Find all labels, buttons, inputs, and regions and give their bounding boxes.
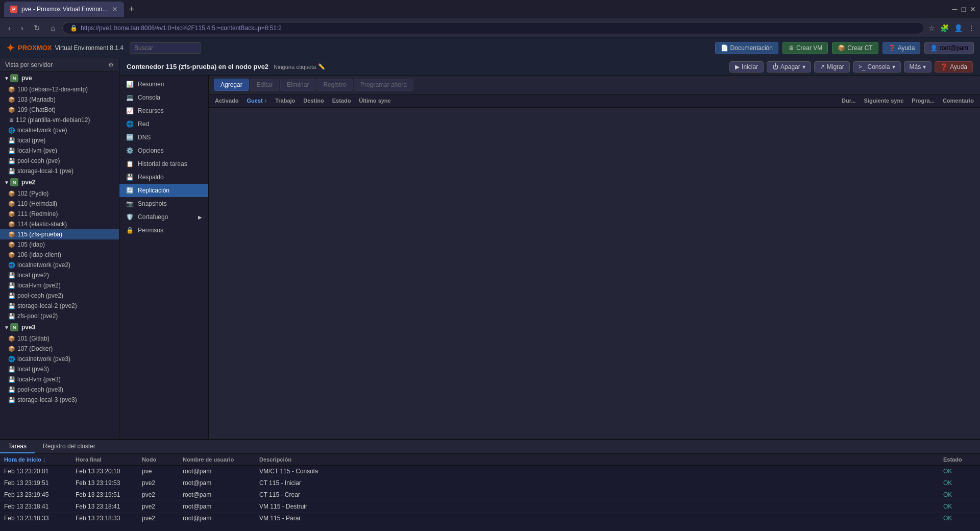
active-tab[interactable]: P pve - Proxmox Virtual Environ... ✕ [4,2,124,17]
sidebar-item-localnetwork-pve2[interactable]: 🌐 localnetwork (pve2) [0,260,119,270]
tab-tareas[interactable]: Tareas [0,440,35,453]
create-ct-btn[interactable]: 📦 Crear CT [832,42,878,54]
home-btn[interactable]: ⌂ [47,21,58,34]
sidebar-item-106[interactable]: 📦 106 (ldap-client) [0,250,119,260]
th-ultimo-sync[interactable]: Último sync [355,94,838,107]
bth-estado[interactable]: Estado [939,454,980,465]
ayuda-content-btn[interactable]: ❓ Ayuda [935,61,973,73]
sidebar-item-115[interactable]: 📦 115 (zfs-prueba) [0,229,119,239]
node-pve3[interactable]: ▼ N pve3 [0,321,119,333]
sidebar-settings-icon[interactable]: ⚙ [108,61,114,68]
reload-btn[interactable]: ↻ [31,21,43,35]
sidebar-item-zfspool-pve2[interactable]: 💾 zfs-pool (pve2) [0,311,119,321]
sidebar-item-109[interactable]: 📦 109 (ChatBot) [0,105,119,115]
sidebar-item-102[interactable]: 📦 102 (Pydio) [0,188,119,199]
sidebar-item-112[interactable]: 🖥 112 (plantilla-vm-debian12) [0,115,119,125]
th-estado[interactable]: Estado [328,94,355,107]
editar-btn[interactable]: Editar [250,79,279,91]
agregar-btn[interactable]: Agregar [214,79,249,91]
nav-item-cortafuego[interactable]: 🛡️ Cortafuego ▶ [119,210,208,224]
new-tab-btn[interactable]: + [126,4,138,15]
sidebar-item-101[interactable]: 📦 101 (Gitlab) [0,333,119,344]
task-row[interactable]: Feb 13 23:19:45 Feb 13 23:19:51 pve2 roo… [0,489,980,501]
th-destino[interactable]: Destino [299,94,328,107]
close-btn[interactable]: ✕ [970,5,976,13]
sidebar-item-locallvm-pve[interactable]: 💾 local-lvm (pve) [0,146,119,156]
settings-icon[interactable]: ⋮ [968,24,975,32]
restore-btn[interactable]: □ [962,5,966,13]
eliminar-btn[interactable]: Eliminar [280,79,315,91]
sidebar-item-storage3-pve3[interactable]: 💾 storage-local-3 (pve3) [0,395,119,405]
nav-item-respaldo[interactable]: 💾 Respaldo [119,171,208,184]
bth-descripcion[interactable]: Descripción [255,454,939,465]
help-btn[interactable]: ❓ Ayuda [883,42,921,54]
migrar-btn[interactable]: ↗ Migrar [814,61,850,73]
edit-tag-icon[interactable]: ✏️ [318,63,325,70]
sidebar-item-100[interactable]: 📦 100 (debian-12-dns-smtp) [0,84,119,94]
sidebar-item-localnetwork-pve[interactable]: 🌐 localnetwork (pve) [0,125,119,135]
bth-hora-final[interactable]: Hora final [71,454,138,465]
nav-item-opciones[interactable]: ⚙️ Opciones [119,144,208,157]
sidebar-item-110[interactable]: 📦 110 (Heimdall) [0,199,119,209]
task-row[interactable]: Feb 13 23:19:51 Feb 13 23:19:53 pve2 roo… [0,477,980,489]
sidebar-item-poolceph-pve2[interactable]: 💾 pool-ceph (pve2) [0,291,119,301]
registro-btn[interactable]: Registro [316,79,353,91]
back-btn[interactable]: ‹ [5,21,14,34]
mas-btn[interactable]: Más ▾ [904,61,932,73]
th-comentario[interactable]: Comentario [939,94,978,107]
create-vm-btn[interactable]: 🖥 Crear VM [782,42,828,54]
minimize-btn[interactable]: ─ [952,5,958,13]
th-siguiente-sync[interactable]: Siguiente sync [860,94,908,107]
nav-item-recursos[interactable]: 📈 Recursos [119,104,208,117]
programar-btn[interactable]: Programar ahora [354,79,413,91]
nav-item-red[interactable]: 🌐 Red [119,117,208,131]
th-guest[interactable]: Guest ↑ [242,94,271,107]
sidebar-item-locallvm-pve2[interactable]: 💾 local-lvm (pve2) [0,280,119,291]
th-dur[interactable]: Dur... [838,94,860,107]
sidebar-item-storage1-pve[interactable]: 💾 storage-local-1 (pve) [0,166,119,176]
sidebar-item-localnetwork-pve3[interactable]: 🌐 localnetwork (pve3) [0,354,119,364]
profile-icon[interactable]: 👤 [954,24,963,32]
nav-item-historial[interactable]: 📋 Historial de tareas [119,157,208,171]
sidebar-item-114[interactable]: 📦 114 (elastic-stack) [0,219,119,229]
docs-btn[interactable]: 📄 Documentación [715,42,778,54]
th-progra[interactable]: Progra... [908,94,939,107]
tab-registro-cluster[interactable]: Registro del cluster [35,440,104,453]
sidebar-item-locallvm-pve3[interactable]: 💾 local-lvm (pve3) [0,374,119,384]
iniciar-btn[interactable]: ▶ Iniciar [729,61,764,73]
bth-nodo[interactable]: Nodo [138,454,179,465]
bth-usuario[interactable]: Nombre de usuario [179,454,255,465]
sidebar-item-local-pve3[interactable]: 💾 local (pve3) [0,364,119,374]
sidebar-item-poolceph-pve3[interactable]: 💾 pool-ceph (pve3) [0,384,119,395]
extensions-icon[interactable]: 🧩 [940,24,949,32]
address-bar[interactable]: 🔒 https://pve1.home.lan:8006/#v1:0=lxc%2… [62,22,924,34]
node-pve2[interactable]: ▼ N pve2 [0,176,119,188]
sidebar-item-107[interactable]: 📦 107 (Docker) [0,344,119,354]
node-pve[interactable]: ▼ N pve [0,72,119,84]
th-trabajo[interactable]: Trabajo [271,94,299,107]
nav-item-dns[interactable]: 🔤 DNS [119,131,208,144]
sidebar-item-103[interactable]: 📦 103 (Mariadb) [0,94,119,105]
sidebar-item-local-pve[interactable]: 💾 local (pve) [0,135,119,146]
consola-btn[interactable]: >_ Consola ▾ [853,61,901,73]
task-row[interactable]: Feb 13 23:20:01 Feb 13 23:20:10 pve root… [0,466,980,477]
nav-item-permisos[interactable]: 🔒 Permisos [119,224,208,237]
sidebar-item-storage2-pve2[interactable]: 💾 storage-local-2 (pve2) [0,301,119,311]
nav-item-consola[interactable]: 💻 Consola [119,91,208,104]
user-menu-btn[interactable]: 👤 root@pam [924,42,974,54]
sidebar-item-105[interactable]: 📦 105 (ldap) [0,239,119,250]
nav-item-resumen[interactable]: 📊 Resumen [119,78,208,91]
task-row[interactable]: Feb 13 23:18:33 Feb 13 23:18:33 pve2 roo… [0,513,980,524]
apagar-btn[interactable]: ⏻ Apagar ▾ [767,61,811,73]
task-row[interactable]: Feb 13 23:18:41 Feb 13 23:18:41 pve2 roo… [0,501,980,513]
th-activado[interactable]: Activado [211,94,242,107]
global-search[interactable] [130,42,201,54]
nav-item-snapshots[interactable]: 📷 Snapshots [119,197,208,210]
sidebar-item-111[interactable]: 📦 111 (Redmine) [0,209,119,219]
forward-btn[interactable]: › [18,21,27,34]
tab-close-btn[interactable]: ✕ [112,6,118,13]
sidebar-item-poolceph-pve[interactable]: 💾 pool-ceph (pve) [0,156,119,166]
bookmark-icon[interactable]: ☆ [928,24,935,32]
nav-item-replicacion[interactable]: 🔄 Replicación [119,184,208,197]
sidebar-item-local-pve2[interactable]: 💾 local (pve2) [0,270,119,280]
